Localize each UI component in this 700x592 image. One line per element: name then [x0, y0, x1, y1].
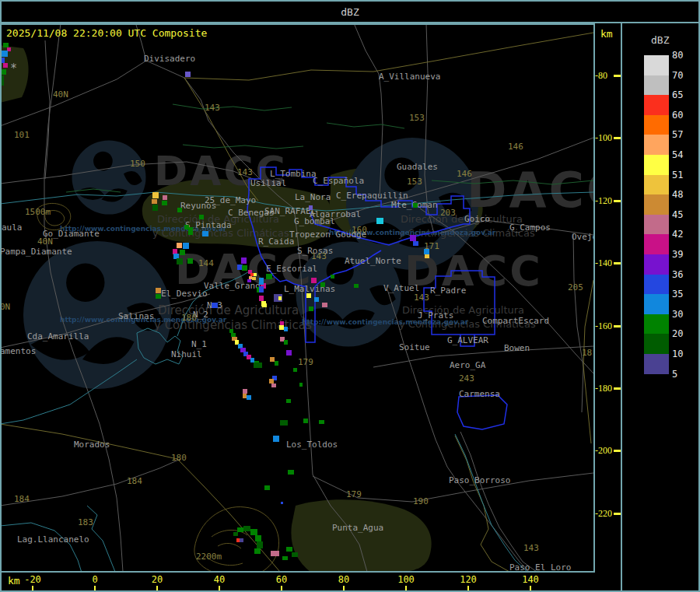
radar-echo-cell — [156, 288, 161, 293]
radar-echo-cell — [1, 51, 8, 57]
place-label: Aero_GA — [450, 361, 485, 370]
route-label: 180 — [181, 314, 197, 323]
right-axis-tick — [614, 137, 621, 139]
radar-echo-cell — [259, 286, 264, 292]
timestamp: 2025/11/08 22:20:00 UTC Composite — [6, 27, 207, 39]
legend-swatch — [644, 275, 669, 295]
route-label: 183 — [78, 518, 93, 527]
legend-tick-label: 57 — [672, 129, 698, 140]
radar-echo-cell — [413, 203, 418, 208]
place-label: C_Española — [313, 177, 364, 186]
legend-swatch — [644, 314, 669, 335]
radar-echo-cell — [252, 277, 256, 280]
radar-echo-cell — [286, 399, 291, 403]
legend-tick-label: 30 — [672, 309, 698, 320]
bottom-axis-label: 40 — [202, 574, 236, 585]
radar-echo-cell — [278, 296, 282, 300]
route-label: 143 — [311, 252, 327, 261]
radar-echo-cell — [242, 265, 247, 271]
radar-echo-cell — [413, 241, 418, 246]
radar-echo-cell — [187, 258, 193, 264]
radar-echo-cell — [271, 551, 279, 556]
radar-echo-cell — [424, 249, 429, 254]
radar-echo-cell — [331, 275, 334, 278]
legend-swatch — [644, 254, 669, 275]
bottom-axis-tick — [405, 586, 407, 590]
route-label: 143 — [237, 168, 253, 177]
distance-unit-label: km — [600, 28, 613, 40]
route-label: 2200m — [196, 552, 222, 562]
radar-echo-cell — [240, 538, 243, 542]
legend-swatch — [644, 215, 669, 235]
radar-echo-cell — [177, 258, 183, 264]
radar-echo-cell — [250, 529, 257, 535]
legend-tick-label: 35 — [672, 289, 698, 300]
bottom-axis-tick — [467, 586, 469, 590]
bottom-axis-label: 140 — [513, 574, 548, 585]
radar-echo-cell — [254, 363, 262, 368]
bottom-axis-tick — [343, 586, 345, 590]
radar-echo-cell — [410, 235, 416, 241]
dbz-legend: dBZ 807065605754514845423936353020105 — [621, 23, 700, 592]
bottom-axis-tick — [94, 586, 96, 590]
legend-tick-label: 39 — [672, 249, 698, 260]
radar-echo-cell — [257, 541, 263, 548]
radar-echo-cell — [0, 75, 4, 86]
radar-echo-cell — [266, 274, 272, 279]
radar-map[interactable]: DACC DACC DACC DACC Dirección de Agricul… — [0, 23, 595, 573]
radar-echo-cell — [299, 383, 303, 387]
right-axis-tick — [614, 325, 621, 328]
town-square-marker — [309, 205, 313, 210]
place-label: Carmensa — [459, 390, 500, 399]
legend-title: dBZ — [651, 34, 669, 46]
radar-echo-cell — [247, 395, 251, 400]
radar-echo-cell — [319, 420, 324, 424]
place-label: CompartEscard — [482, 317, 549, 326]
radar-echo-cell — [306, 293, 311, 298]
place-label: Atuel_Norte — [345, 257, 401, 266]
right-axis-tick — [614, 200, 621, 202]
place-label: G_ALVEAR — [447, 336, 488, 345]
radar-site-marker — [376, 218, 383, 224]
legend-swatch — [644, 175, 669, 195]
place-label: Reyunos — [180, 201, 216, 211]
asterisk-marker: * — [10, 64, 17, 73]
place-label: G_Campos — [509, 223, 551, 233]
legend-tick-label: 60 — [672, 110, 698, 121]
route-label: 18 — [582, 349, 592, 358]
page-title: dBZ — [2, 2, 698, 23]
place-label: Salinas — [118, 312, 154, 321]
route-label: 203 — [440, 208, 456, 218]
place-label: Oveje — [572, 233, 595, 242]
place-label: Lag.Llancanelo — [17, 535, 89, 545]
radar-echo-cell — [180, 250, 185, 255]
right-axis-tick — [614, 262, 621, 264]
route-label: 40N — [37, 237, 53, 247]
radar-echo-cell — [162, 201, 167, 205]
legend-swatch — [644, 95, 669, 115]
radar-echo-cell — [241, 257, 247, 264]
route-label: 40N — [53, 90, 68, 100]
bottom-axis-tick — [156, 586, 158, 590]
bottom-axis-tick — [530, 586, 531, 590]
radar-echo-cell — [286, 350, 292, 356]
legend-tick-label: 48 — [672, 189, 698, 200]
bottom-axis-label: 100 — [389, 574, 423, 585]
radar-echo-cell — [152, 205, 158, 211]
route-label: 205 — [568, 283, 583, 292]
radar-echo-cell — [311, 278, 317, 283]
bottom-axis-label: 120 — [451, 574, 485, 585]
radar-echo-cell — [282, 556, 288, 560]
route-label: 190 — [413, 497, 429, 506]
radar-echo-cell — [314, 297, 319, 302]
route-label: 179 — [298, 358, 313, 367]
place-label: Bowen — [504, 344, 530, 353]
place-label: Paso El Loro — [509, 563, 571, 573]
right-axis-tick — [614, 450, 621, 452]
place-label: R_Padre — [430, 286, 466, 296]
route-label: 143 — [523, 544, 539, 553]
radar-echo-cell — [284, 327, 288, 331]
place-label: N_1 — [191, 340, 207, 349]
radar-echo-cell — [293, 368, 297, 372]
route-label: 146 — [457, 170, 472, 179]
